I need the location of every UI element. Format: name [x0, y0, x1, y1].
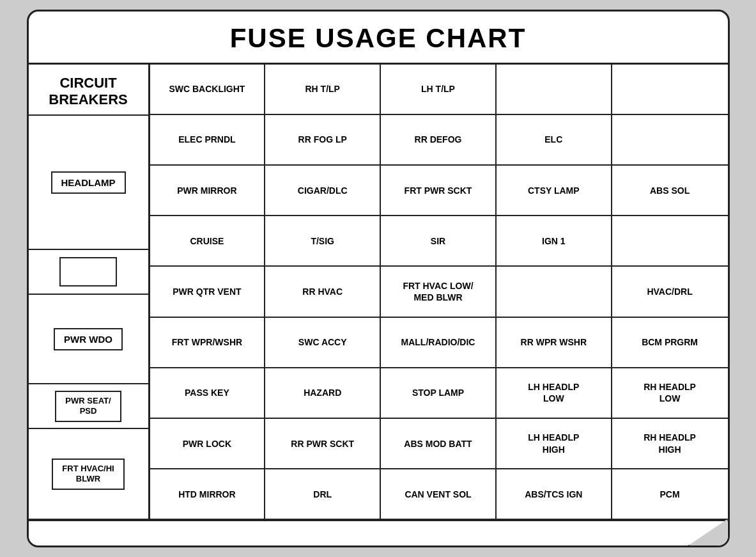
cell-tsig: T/SIG — [265, 216, 380, 267]
cell-pwr-lock: PWR LOCK — [150, 419, 265, 469]
cell-elec-prndl: ELEC PRNDL — [150, 115, 265, 166]
left-column: CIRCUITBREAKERS HEADLAMP PWR WDO PWR SEA… — [29, 65, 150, 519]
cell-can-vent-sol: CAN VENT SOL — [381, 469, 495, 519]
breaker-headlamp-box: HEADLAMP — [51, 171, 126, 194]
cell-lh-headlp-high: LH HEADLPHIGH — [497, 419, 611, 469]
cell-bcm-prgrm: BCM PRGRM — [612, 318, 728, 368]
cell-rr-wpr-wshr: RR WPR WSHR — [497, 318, 611, 368]
cell-drl: DRL — [265, 469, 380, 519]
grid-col-1: SWC BACKLIGHT ELEC PRNDL PWR MIRROR CRUI… — [150, 65, 266, 519]
cell-empty-2 — [497, 267, 611, 317]
cell-swc-backlight: SWC BACKLIGHT — [150, 65, 265, 115]
cell-rh-headlp-high: RH HEADLPHIGH — [612, 419, 728, 469]
chart-title: FUSE USAGE CHART — [29, 12, 728, 65]
cell-rr-defog: RR DEFOG — [381, 115, 495, 166]
cell-abs-tcs-ign: ABS/TCS IGN — [497, 469, 611, 519]
cell-empty-3 — [612, 65, 728, 115]
grid-col-2: RH T/LP RR FOG LP CIGAR/DLC T/SIG RR HVA… — [265, 65, 381, 519]
breaker-frt-hvac-box: FRT HVAC/HIBLWR — [52, 459, 124, 490]
cell-empty-4 — [612, 115, 728, 166]
breaker-frt-hvac: FRT HVAC/HIBLWR — [29, 429, 148, 519]
cell-cigar-dlc: CIGAR/DLC — [265, 166, 380, 216]
breaker-empty — [29, 250, 148, 295]
cell-lh-tlp: LH T/LP — [381, 65, 495, 115]
cell-hvac-drl: HVAC/DRL — [612, 267, 728, 317]
fuse-chart: FUSE USAGE CHART CIRCUITBREAKERS HEADLAM… — [27, 10, 730, 548]
cell-frt-hvac-blwr: FRT HVAC LOW/MED BLWR — [381, 267, 495, 317]
cell-mall-radio: MALL/RADIO/DIC — [381, 318, 495, 368]
cell-ctsy-lamp: CTSY LAMP — [497, 166, 611, 216]
circuit-breakers-header: CIRCUITBREAKERS — [29, 65, 148, 116]
cell-swc-accy: SWC ACCY — [265, 318, 380, 368]
grid-col-5: ABS SOL HVAC/DRL BCM PRGRM RH HEADLPLOW … — [612, 65, 728, 519]
cell-pwr-qtr-vent: PWR QTR VENT — [150, 267, 265, 317]
cell-rr-pwr-sckt: RR PWR SCKT — [265, 419, 380, 469]
cell-frt-wpr: FRT WPR/WSHR — [150, 318, 265, 368]
cell-hazard: HAZARD — [265, 368, 380, 419]
breaker-pwr-seat-box: PWR SEAT/PSD — [55, 391, 121, 423]
cell-rr-fog-lp: RR FOG LP — [265, 115, 380, 166]
cell-sir: SIR — [381, 216, 495, 267]
cell-rh-headlp-low: RH HEADLPLOW — [612, 368, 728, 419]
cell-empty-5 — [612, 216, 728, 267]
cell-lh-headlp-low: LH HEADLPLOW — [497, 368, 611, 419]
cell-rh-tlp: RH T/LP — [265, 65, 380, 115]
chart-footer — [29, 520, 728, 545]
cell-abs-mod-batt: ABS MOD BATT — [381, 419, 495, 469]
cell-ign1: IGN 1 — [497, 216, 611, 267]
cell-frt-pwr-sckt: FRT PWR SCKT — [381, 166, 495, 216]
breaker-pwr-seat: PWR SEAT/PSD — [29, 384, 148, 429]
breaker-headlamp: HEADLAMP — [29, 116, 148, 250]
chart-body: CIRCUITBREAKERS HEADLAMP PWR WDO PWR SEA… — [29, 65, 728, 521]
cell-empty-1 — [497, 65, 611, 115]
cell-elc: ELC — [497, 115, 611, 166]
breaker-pwr-wdo: PWR WDO — [29, 295, 148, 384]
breaker-pwr-wdo-box: PWR WDO — [54, 328, 123, 351]
cell-htd-mirror: HTD MIRROR — [150, 469, 265, 519]
cell-cruise: CRUISE — [150, 216, 265, 267]
breaker-empty-box — [59, 257, 117, 286]
grid-col-3: LH T/LP RR DEFOG FRT PWR SCKT SIR FRT HV… — [381, 65, 497, 519]
cell-stop-lamp: STOP LAMP — [381, 368, 495, 419]
cell-pwr-mirror: PWR MIRROR — [150, 166, 265, 216]
fold-corner — [688, 519, 728, 545]
cell-pass-key: PASS KEY — [150, 368, 265, 419]
cell-abs-sol: ABS SOL — [612, 166, 728, 216]
cell-pcm: PCM — [612, 469, 728, 519]
grid-col-4: ELC CTSY LAMP IGN 1 RR WPR WSHR LH HEADL… — [497, 65, 612, 519]
cell-rr-hvac: RR HVAC — [265, 267, 380, 317]
